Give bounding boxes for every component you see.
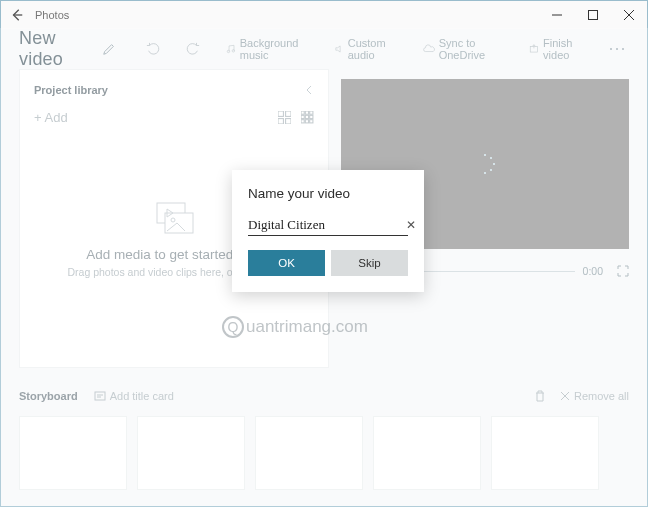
clear-input-button[interactable]: ✕ (404, 218, 418, 232)
minimize-icon (552, 10, 562, 20)
svg-rect-0 (589, 11, 598, 20)
remove-all-label: Remove all (574, 390, 629, 402)
ok-button[interactable]: OK (248, 250, 325, 276)
chevron-left-icon (304, 85, 314, 95)
storyboard-slot[interactable] (137, 416, 245, 490)
loading-spinner (475, 154, 495, 174)
dialog-title: Name your video (248, 186, 408, 201)
svg-rect-16 (310, 115, 313, 118)
title-card-icon (94, 390, 106, 402)
svg-rect-17 (301, 120, 304, 123)
storyboard-slot[interactable] (19, 416, 127, 490)
collapse-library-button[interactable] (304, 85, 314, 95)
duration-label: 0:00 (583, 265, 603, 277)
trash-icon (534, 390, 546, 402)
redo-button[interactable] (182, 38, 204, 60)
edit-title-button[interactable] (102, 42, 116, 56)
minimize-button[interactable] (539, 1, 575, 29)
close-icon (624, 10, 634, 20)
video-title[interactable]: New video (19, 28, 90, 70)
add-title-card-button[interactable]: Add title card (94, 390, 174, 402)
skip-button[interactable]: Skip (331, 250, 408, 276)
storyboard-slot[interactable] (373, 416, 481, 490)
ellipsis-icon (609, 43, 625, 55)
finish-video-button[interactable]: Finish video (523, 33, 597, 65)
list-icon (301, 111, 314, 124)
background-music-button[interactable]: Background music (220, 33, 320, 65)
storyboard-thumbs (19, 416, 629, 490)
storyboard-slot[interactable] (255, 416, 363, 490)
add-title-card-label: Add title card (110, 390, 174, 402)
title-bar: Photos (1, 1, 647, 29)
expand-icon (617, 265, 629, 277)
redo-icon (186, 42, 200, 56)
pencil-icon (102, 42, 116, 56)
svg-rect-15 (305, 115, 308, 118)
svg-rect-19 (310, 120, 313, 123)
svg-rect-9 (278, 119, 283, 124)
svg-rect-11 (301, 111, 304, 114)
delete-clip-button[interactable] (534, 390, 546, 402)
cloud-icon (423, 44, 434, 54)
storyboard-title: Storyboard (19, 390, 78, 402)
svg-rect-18 (305, 120, 308, 123)
add-media-button[interactable]: + Add (34, 110, 68, 125)
svg-point-5 (616, 48, 618, 50)
arrow-left-icon (10, 8, 24, 22)
window-controls (539, 1, 647, 29)
library-subheader: + Add (34, 110, 314, 125)
svg-rect-23 (95, 392, 105, 400)
svg-rect-14 (301, 115, 304, 118)
empty-media-icon (151, 201, 197, 237)
finish-video-label: Finish video (543, 37, 591, 61)
svg-rect-8 (286, 111, 291, 116)
video-name-input[interactable] (248, 217, 404, 233)
sync-onedrive-button[interactable]: Sync to OneDrive (417, 33, 515, 65)
export-icon (529, 43, 539, 55)
svg-point-4 (610, 48, 612, 50)
storyboard-panel: Storyboard Add title card Remove all (1, 380, 647, 506)
background-music-label: Background music (240, 37, 314, 61)
maximize-icon (588, 10, 598, 20)
svg-point-6 (622, 48, 624, 50)
main-toolbar: New video Background music Custom audio … (1, 29, 647, 69)
svg-rect-7 (278, 111, 283, 116)
library-title: Project library (34, 84, 108, 96)
storyboard-header: Storyboard Add title card Remove all (19, 390, 629, 402)
x-icon (560, 391, 570, 401)
app-title: Photos (35, 9, 69, 21)
undo-icon (146, 42, 160, 56)
sync-label: Sync to OneDrive (439, 37, 510, 61)
svg-rect-12 (305, 111, 308, 114)
storyboard-slot[interactable] (491, 416, 599, 490)
name-video-dialog: Name your video ✕ OK Skip (232, 170, 424, 292)
more-button[interactable] (605, 39, 629, 59)
close-button[interactable] (611, 1, 647, 29)
grid-view-button[interactable] (278, 111, 291, 124)
maximize-button[interactable] (575, 1, 611, 29)
back-button[interactable] (7, 5, 27, 25)
audio-icon (334, 43, 344, 55)
custom-audio-label: Custom audio (348, 37, 403, 61)
music-icon (226, 43, 236, 55)
svg-rect-13 (310, 111, 313, 114)
remove-all-button[interactable]: Remove all (560, 390, 629, 402)
undo-button[interactable] (142, 38, 164, 60)
fullscreen-button[interactable] (617, 265, 629, 277)
svg-rect-10 (286, 119, 291, 124)
grid-icon (278, 111, 291, 124)
list-view-button[interactable] (301, 111, 314, 124)
custom-audio-button[interactable]: Custom audio (328, 33, 409, 65)
library-header: Project library (34, 84, 314, 96)
